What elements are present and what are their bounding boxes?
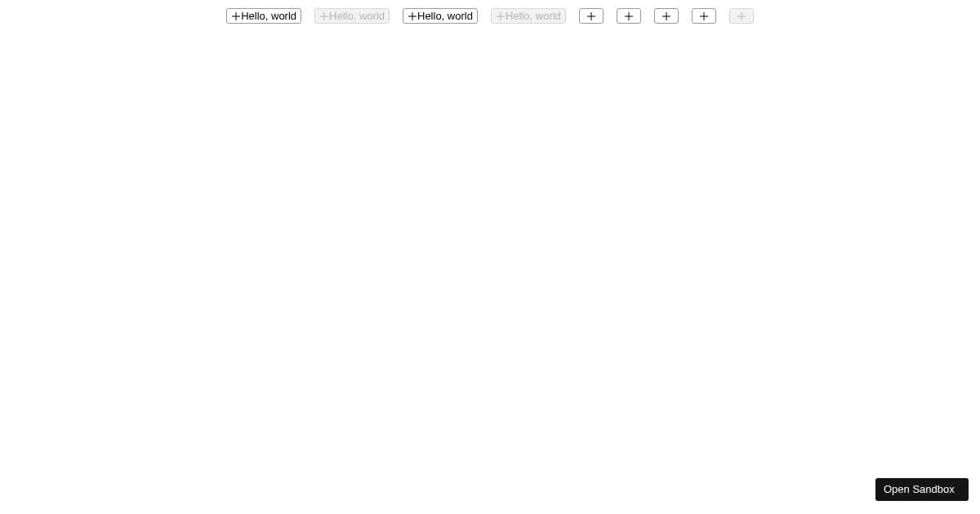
plus-icon bbox=[699, 11, 709, 21]
add-button[interactable] bbox=[654, 8, 679, 24]
button-label: Hello, world bbox=[329, 10, 385, 22]
button-label: Hello, world bbox=[506, 10, 561, 22]
hello-world-button-disabled: Hello, world bbox=[491, 8, 566, 24]
open-sandbox-label: Open Sandbox bbox=[884, 483, 955, 495]
plus-icon bbox=[231, 11, 241, 21]
button-label: Hello, world bbox=[417, 10, 473, 22]
add-button[interactable] bbox=[579, 8, 604, 24]
add-button[interactable] bbox=[692, 8, 716, 24]
plus-icon bbox=[586, 11, 596, 21]
plus-icon bbox=[496, 11, 506, 21]
button-label: Hello, world bbox=[241, 10, 296, 22]
plus-icon bbox=[662, 11, 671, 21]
hello-world-button[interactable]: Hello, world bbox=[226, 8, 301, 24]
plus-icon bbox=[624, 11, 634, 21]
plus-icon bbox=[408, 11, 417, 21]
add-button-disabled bbox=[729, 8, 754, 24]
plus-icon bbox=[737, 11, 746, 21]
button-row: Hello, world Hello, world Hello, world H… bbox=[0, 0, 980, 24]
open-sandbox-button[interactable]: Open Sandbox bbox=[875, 478, 969, 501]
hello-world-button-disabled: Hello, world bbox=[314, 8, 390, 24]
plus-icon bbox=[319, 11, 329, 21]
add-button[interactable] bbox=[617, 8, 641, 24]
hello-world-button[interactable]: Hello, world bbox=[403, 8, 478, 24]
